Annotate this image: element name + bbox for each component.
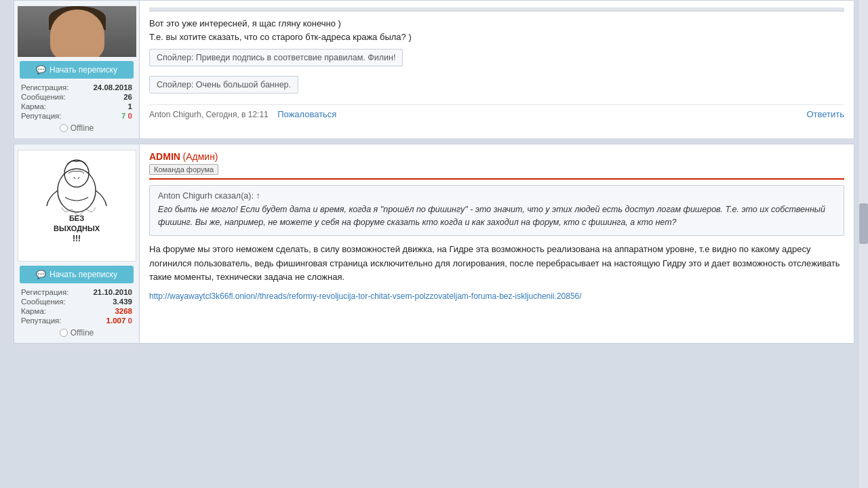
post1-reply-link[interactable]: Ответить: [806, 109, 844, 119]
post2-main-text: На форуме мы этого неможем сделать, в си…: [149, 243, 844, 285]
post2-avatar: БЕЗ ВЫХОДНЫХ !!!: [18, 150, 136, 262]
post1-author-time: Anton Chigurh, Сегодня, в 12:11: [149, 110, 269, 119]
offline-dot-icon-2: [60, 329, 68, 337]
post1-complaint-link[interactable]: Пожаловаться: [277, 109, 336, 119]
message-icon: 💬: [36, 65, 46, 75]
spoiler2[interactable]: Спойлер: Очень большой баннер.: [149, 76, 298, 94]
post2-link[interactable]: http://wayawaytcl3k66fl.onion//threads/r…: [149, 291, 844, 301]
post2-block: БЕЗ ВЫХОДНЫХ !!! 💬 Начать переписку Реги…: [14, 144, 854, 344]
post1-sidebar: 💬 Начать переписку Регистрация: 24.08.20…: [14, 1, 140, 138]
post2-sidebar: БЕЗ ВЫХОДНЫХ !!! 💬 Начать переписку Реги…: [14, 144, 140, 343]
svg-text:!!!: !!!: [73, 234, 81, 243]
message-icon-2: 💬: [36, 270, 46, 279]
spoiler1[interactable]: Спойлер: Приведи подпись в соответсвие п…: [149, 49, 403, 66]
post1-body: Вот это уже интересней, я щас гляну коне…: [140, 1, 854, 138]
post1-message-button[interactable]: 💬 Начать переписку: [20, 61, 134, 79]
post2-message-button[interactable]: 💬 Начать переписку: [20, 266, 134, 283]
offline-dot-icon: [60, 124, 68, 132]
post2-body: ADMIN (Админ) Команда форума Anton Chigu…: [140, 144, 854, 343]
post2-quote-author: Anton Chigurh сказал(а): ↑: [158, 191, 835, 201]
post1-footer: Anton Chigurh, Сегодня, в 12:11 Пожалова…: [149, 104, 844, 119]
post2-quote-text: Его быть не могло! Если будет дата и вре…: [158, 203, 835, 230]
svg-text:БЕЗ: БЕЗ: [68, 214, 83, 222]
svg-text:ВЫХОДНЫХ: ВЫХОДНЫХ: [53, 224, 100, 232]
post2-stats: Регистрация: 21.10.2010 Сообщения: 3.439…: [20, 287, 134, 325]
post1-text: Вот это уже интересней, я щас гляну коне…: [149, 17, 844, 43]
post1-avatar: [18, 6, 136, 57]
post1-stats: Регистрация: 24.08.2018 Сообщения: 26 Ка…: [20, 83, 134, 121]
scrollbar[interactable]: [858, 0, 868, 488]
post2-username: ADMIN: [149, 151, 180, 162]
post2-role: (Админ): [183, 151, 218, 162]
post2-team-badge: Команда форума: [149, 164, 218, 175]
post2-offline-status: Offline: [60, 328, 94, 338]
post2-quote: Anton Chigurh сказал(а): ↑ Его быть не м…: [149, 185, 844, 236]
scrollbar-thumb[interactable]: [859, 203, 868, 244]
post1-offline-status: Offline: [60, 123, 94, 133]
